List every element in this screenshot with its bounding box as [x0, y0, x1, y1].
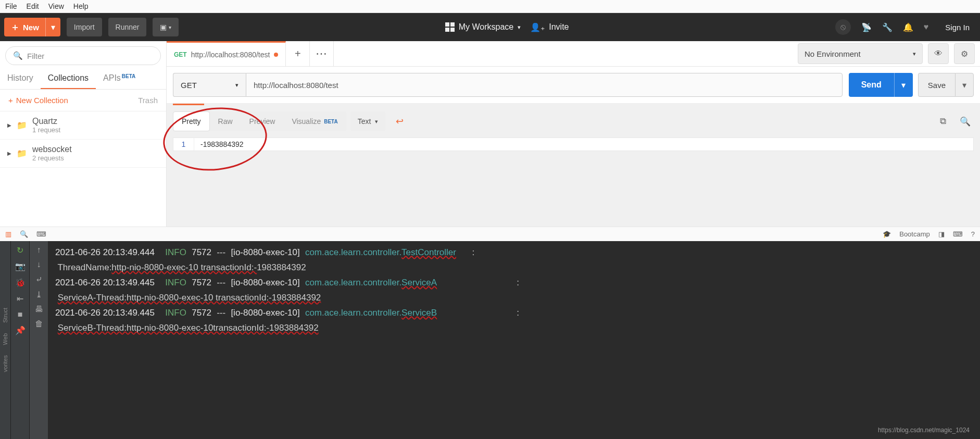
new-collection-button[interactable]: + New Collection [8, 96, 68, 105]
collection-name: websocket [32, 145, 72, 154]
scroll-end-icon[interactable]: ⤓ [35, 290, 42, 299]
request-tab-strip: GET http://localhost:8080/test + ⋯ [167, 41, 334, 66]
menu-edit[interactable]: Edit [27, 2, 39, 10]
response-toolbar: Pretty Raw Preview Visualize BETA Text ▾… [167, 105, 980, 137]
response-format-label: Text [358, 117, 371, 126]
resp-tab-preview[interactable]: Preview [241, 111, 284, 131]
wrap-lines-button[interactable]: ↩ [390, 111, 409, 131]
collection-subtitle: 2 requests [32, 154, 72, 162]
content: GET http://localhost:8080/test + ⋯ No En… [167, 41, 980, 227]
ide-tool-gutter-b: ↑ ↓ ⤶ ⤓ 🖶 🗑 [29, 241, 48, 439]
menu-file[interactable]: File [5, 2, 17, 10]
environment-select[interactable]: No Environment ▾ [798, 43, 923, 64]
main-toolbar: ＋ New ▾ Import Runner ▣ ▾ My Workspace ▾… [0, 13, 980, 41]
windows-icon: ▣ [160, 23, 167, 31]
soft-wrap-icon[interactable]: ⤶ [35, 274, 42, 284]
ide-tool-gutter-a: ↻ 📷 🐞 ⇤ ■ 📌 [10, 241, 29, 439]
url-input[interactable]: http://localhost:8080/test [246, 73, 843, 97]
up-icon[interactable]: ↑ [37, 245, 41, 255]
heart-icon[interactable]: ♥ [924, 22, 929, 32]
resp-tab-visualize-label: Visualize [292, 117, 321, 126]
rerun-icon[interactable]: ↻ [17, 245, 23, 255]
request-tab[interactable]: GET http://localhost:8080/test [167, 41, 286, 66]
new-window-button[interactable]: ▣ ▾ [153, 18, 179, 36]
save-button-caret[interactable]: ▾ [955, 73, 974, 97]
runner-button[interactable]: Runner [108, 18, 147, 36]
new-tab-button[interactable]: + [286, 41, 310, 66]
settings-button[interactable]: ⚙ [954, 43, 975, 64]
import-button[interactable]: Import [67, 18, 102, 36]
two-pane-icon[interactable]: ◨ [938, 230, 945, 238]
save-button[interactable]: Save [918, 73, 955, 97]
response-format-select[interactable]: Text ▾ [350, 111, 386, 131]
console-output[interactable]: 2021-06-26 20:13:49.444 INFO 7572 --- [i… [48, 241, 980, 439]
new-collection-label: New Collection [16, 96, 68, 105]
keyboard-icon[interactable]: ⌨ [953, 230, 963, 238]
tab-apis[interactable]: APIsBETA [96, 68, 143, 89]
stop-icon[interactable]: ■ [18, 310, 23, 319]
invite-button[interactable]: 👤₊ Invite [530, 22, 569, 32]
environment-label: No Environment [805, 49, 861, 58]
tab-more-button[interactable]: ⋯ [310, 41, 334, 66]
send-button-caret[interactable]: ▾ [894, 73, 913, 97]
bell-icon[interactable]: 🔔 [903, 22, 913, 32]
invite-label: Invite [549, 22, 569, 32]
copy-button[interactable]: ⧉ [934, 112, 952, 130]
new-button-caret[interactable]: ▾ [45, 18, 60, 36]
gear-icon: ⚙ [961, 49, 968, 59]
help-icon[interactable]: ? [971, 230, 975, 238]
method-select[interactable]: GET ▾ [173, 73, 246, 97]
trash-link[interactable]: Trash [138, 96, 158, 105]
tab-collections[interactable]: Collections [41, 68, 96, 89]
sync-off-icon[interactable]: ⦸ [835, 19, 851, 35]
workspace-selector[interactable]: My Workspace ▾ [445, 22, 521, 32]
bug-icon[interactable]: 🐞 [15, 278, 26, 287]
collection-item-websocket[interactable]: ▶ 📁 websocket 2 requests [0, 140, 166, 168]
menubar: File Edit View Help [0, 0, 980, 13]
send-button[interactable]: Send [849, 73, 894, 97]
tab-history[interactable]: History [0, 68, 41, 89]
send-group: Send ▾ [849, 73, 913, 97]
ide-tab-web[interactable]: Web [2, 333, 8, 345]
bootcamp-label[interactable]: Bootcamp [899, 230, 930, 238]
ide-tab-structure[interactable]: Struct [2, 308, 8, 323]
eye-icon: 👁 [934, 49, 943, 58]
collection-subtitle: 1 request [32, 126, 60, 134]
pin-icon[interactable]: 📌 [15, 325, 26, 335]
ide-console: Struct Web vorites ↻ 📷 🐞 ⇤ ■ 📌 ↑ ↓ ⤶ ⤓ 🖶… [0, 241, 980, 439]
menu-help[interactable]: Help [73, 2, 89, 10]
resp-tab-visualize[interactable]: Visualize BETA [283, 111, 346, 131]
console-icon[interactable]: ⌨ [36, 230, 46, 238]
resp-tab-pretty[interactable]: Pretty [173, 111, 210, 131]
response-search-button[interactable]: 🔍 [956, 112, 974, 130]
signin-button[interactable]: Sign In [939, 23, 976, 32]
toolbar-center: My Workspace ▾ 👤₊ Invite [185, 22, 828, 32]
folder-icon: 📁 [17, 148, 27, 158]
env-quicklook-button[interactable]: 👁 [928, 43, 949, 64]
url-value: http://localhost:8080/test [254, 81, 338, 90]
sidebar-toggle-icon[interactable]: ▥ [5, 230, 11, 238]
collection-item-quartz[interactable]: ▶ 📁 Quartz 1 request [0, 111, 166, 140]
tab-url: http://localhost:8080/test [191, 51, 270, 59]
ide-tab-favorites[interactable]: vorites [2, 355, 8, 372]
down-icon[interactable]: ↓ [37, 260, 41, 269]
new-button-group: ＋ New ▾ [4, 18, 60, 36]
response-body[interactable]: 1 -1983884392 [173, 137, 974, 151]
new-button-label: New [23, 23, 39, 32]
trash-icon[interactable]: 🗑 [35, 319, 43, 329]
menu-view[interactable]: View [48, 2, 64, 10]
find-icon[interactable]: 🔍 [20, 230, 28, 238]
exit-icon[interactable]: ⇤ [17, 294, 23, 304]
grid-icon [445, 22, 455, 32]
plus-icon: + [8, 96, 13, 105]
workspace-label: My Workspace [459, 22, 514, 32]
resp-tab-raw[interactable]: Raw [210, 111, 241, 131]
satellite-icon[interactable]: 📡 [861, 22, 872, 32]
new-button[interactable]: ＋ New [4, 21, 45, 33]
caret-right-icon: ▶ [7, 122, 11, 128]
print-icon[interactable]: 🖶 [35, 305, 43, 314]
folder-icon: 📁 [17, 120, 27, 130]
filter-input[interactable]: 🔍 Filter [5, 46, 161, 65]
camera-icon[interactable]: 📷 [15, 261, 26, 271]
wrench-icon[interactable]: 🔧 [882, 22, 893, 32]
